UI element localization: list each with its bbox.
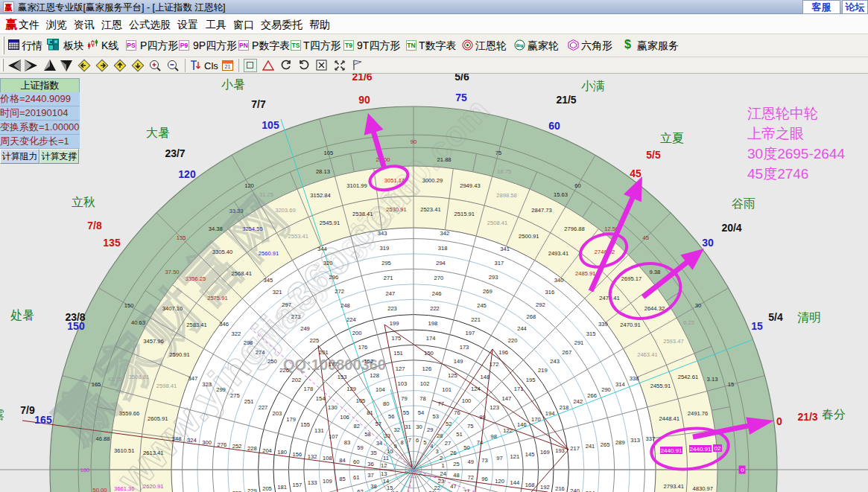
svg-text:171: 171 — [514, 386, 524, 392]
svg-text:291: 291 — [574, 339, 584, 346]
svg-text:104: 104 — [376, 386, 385, 393]
svg-text:Big: Big — [516, 43, 524, 48]
svg-text:341: 341 — [500, 246, 510, 252]
svg-text:222: 222 — [430, 305, 440, 312]
svg-text:106: 106 — [340, 414, 349, 421]
svg-text:170: 170 — [531, 416, 541, 423]
svg-text:241: 241 — [586, 443, 595, 450]
svg-text:5: 5 — [423, 439, 426, 446]
svg-text:76: 76 — [454, 409, 460, 416]
svg-text:处暑: 处暑 — [10, 309, 34, 322]
svg-text:217: 217 — [570, 445, 580, 452]
svg-text:5/5: 5/5 — [646, 149, 661, 161]
svg-text:346: 346 — [219, 321, 229, 328]
svg-text:105: 105 — [356, 397, 366, 404]
svg-text:清明: 清明 — [797, 311, 821, 324]
svg-text:9.38: 9.38 — [650, 269, 661, 275]
svg-text:49: 49 — [468, 459, 474, 465]
svg-text:2553.41: 2553.41 — [288, 233, 308, 240]
svg-text:25: 25 — [453, 461, 459, 467]
svg-text:0: 0 — [741, 467, 744, 473]
svg-text:199: 199 — [390, 320, 399, 327]
svg-text:白露: 白露 — [0, 409, 4, 421]
svg-text:165: 165 — [34, 414, 52, 426]
svg-text:3305.40: 3305.40 — [212, 249, 232, 255]
svg-text:75: 75 — [495, 150, 501, 156]
svg-text:90: 90 — [411, 138, 416, 145]
svg-text:342: 342 — [440, 230, 449, 237]
svg-text:218: 218 — [560, 404, 569, 411]
svg-text:270: 270 — [434, 275, 444, 281]
svg-text:2598.41: 2598.41 — [156, 383, 177, 389]
svg-text:244: 244 — [517, 325, 527, 332]
svg-text:3559.66: 3559.66 — [119, 410, 139, 417]
svg-text:314: 314 — [615, 381, 625, 388]
svg-text:7: 7 — [408, 437, 411, 444]
svg-text:267: 267 — [562, 349, 571, 356]
svg-text:275: 275 — [230, 392, 240, 399]
svg-text:177: 177 — [328, 361, 338, 368]
svg-text:165: 165 — [92, 381, 101, 388]
svg-text:105: 105 — [262, 119, 279, 131]
svg-text:125: 125 — [448, 372, 457, 379]
svg-text:77: 77 — [438, 400, 444, 407]
svg-text:297: 297 — [282, 301, 291, 308]
svg-text:298: 298 — [244, 339, 253, 346]
svg-text:72: 72 — [468, 474, 474, 481]
svg-text:2605.91: 2605.91 — [148, 415, 168, 422]
svg-text:271: 271 — [384, 275, 393, 281]
svg-text:3101.99: 3101.99 — [346, 182, 367, 189]
svg-text:2583.41: 2583.41 — [186, 322, 206, 328]
svg-text:9: 9 — [393, 443, 396, 450]
svg-text:135: 135 — [103, 237, 121, 249]
svg-text:229: 229 — [247, 488, 257, 492]
svg-text:145: 145 — [525, 451, 535, 458]
svg-text:200: 200 — [352, 330, 362, 336]
svg-text:立秋: 立秋 — [72, 196, 95, 208]
svg-text:322: 322 — [231, 330, 241, 337]
svg-text:23: 23 — [438, 478, 444, 485]
svg-text:276: 276 — [217, 441, 226, 448]
svg-text:2575.91: 2575.91 — [207, 295, 227, 301]
svg-text:178: 178 — [304, 386, 314, 392]
svg-text:50: 50 — [463, 444, 469, 451]
svg-text:252: 252 — [232, 443, 242, 450]
svg-text:180: 180 — [80, 467, 90, 473]
svg-text:2455.91: 2455.91 — [650, 383, 671, 389]
svg-text:34: 34 — [376, 440, 382, 447]
svg-text:47: 47 — [450, 483, 456, 490]
svg-text:52: 52 — [446, 421, 452, 427]
svg-text:27: 27 — [445, 440, 451, 447]
svg-text:321: 321 — [273, 289, 282, 295]
svg-text:201: 201 — [319, 349, 329, 356]
svg-text:295: 295 — [381, 260, 391, 266]
svg-text:2793.41: 2793.41 — [664, 483, 684, 490]
svg-text:155: 155 — [300, 421, 310, 428]
svg-text:10: 10 — [387, 448, 393, 455]
svg-text:2470.91: 2470.91 — [620, 322, 640, 328]
svg-text:31: 31 — [405, 424, 411, 430]
svg-text:173: 173 — [460, 344, 469, 351]
svg-text:299: 299 — [216, 386, 226, 393]
svg-text:126: 126 — [422, 365, 432, 372]
svg-text:2568.41: 2568.41 — [231, 270, 251, 277]
svg-text:立夏: 立夏 — [660, 132, 684, 144]
svg-text:15: 15 — [751, 320, 763, 332]
svg-text:31.25: 31.25 — [259, 191, 273, 198]
svg-text:54: 54 — [418, 409, 424, 416]
svg-text:3000.29: 3000.29 — [422, 177, 443, 184]
svg-text:34.38: 34.38 — [209, 226, 223, 232]
svg-text:179: 179 — [286, 416, 296, 423]
svg-text:344: 344 — [317, 246, 327, 252]
svg-text:123: 123 — [490, 404, 499, 411]
svg-text:2530.91: 2530.91 — [386, 206, 406, 213]
svg-text:81: 81 — [367, 409, 373, 416]
svg-text:294: 294 — [436, 260, 446, 266]
svg-text:193: 193 — [555, 447, 565, 454]
svg-text:156: 156 — [293, 451, 302, 458]
svg-text:154: 154 — [316, 395, 326, 402]
svg-text:347: 347 — [188, 375, 197, 382]
svg-text:240: 240 — [570, 488, 580, 492]
svg-text:55: 55 — [403, 409, 409, 416]
svg-text:80: 80 — [383, 400, 389, 407]
